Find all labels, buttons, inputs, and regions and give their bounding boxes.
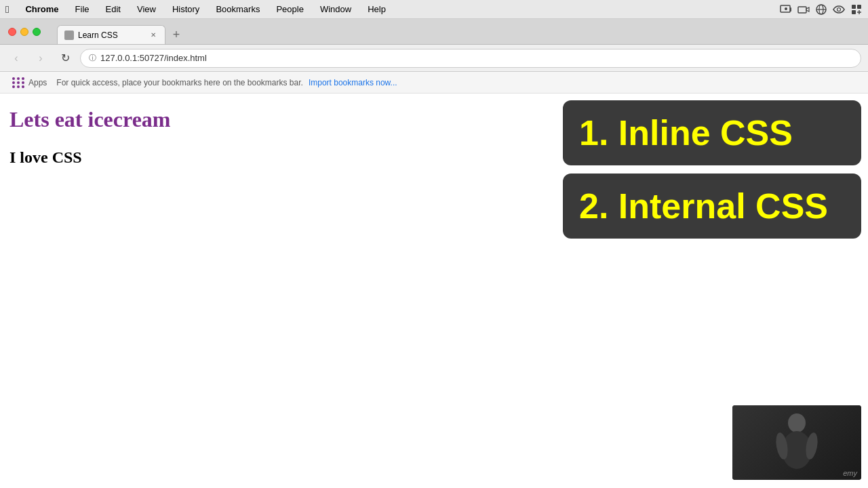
reload-button[interactable]: ↻ — [56, 49, 75, 68]
screen-record-icon — [780, 3, 792, 16]
forward-button[interactable]: › — [31, 49, 50, 68]
svg-point-2 — [785, 7, 787, 10]
address-bar[interactable]: ⓘ 127.0.0.1:50727/index.html — [80, 49, 861, 68]
tab-favicon — [64, 30, 74, 40]
eye-icon — [833, 3, 845, 16]
video-branding: emy — [843, 469, 857, 477]
lock-icon: ⓘ — [89, 53, 96, 63]
active-tab[interactable]: Learn CSS ✕ — [57, 25, 165, 44]
svg-rect-9 — [852, 10, 856, 14]
apple-logo-icon:  — [5, 3, 9, 15]
traffic-lights — [8, 28, 41, 36]
import-bookmarks-link[interactable]: Import bookmarks now... — [309, 78, 397, 87]
inline-css-box: 1. Inline CSS — [563, 100, 861, 165]
extensions-icon — [850, 3, 863, 16]
title-bar: Learn CSS ✕ + — [0, 19, 868, 45]
menu-file[interactable]: File — [73, 3, 92, 16]
camera-icon — [797, 3, 810, 16]
svg-point-10 — [788, 413, 806, 432]
svg-rect-7 — [852, 5, 856, 9]
menu-window[interactable]: Window — [317, 3, 354, 16]
overlay-container: 1. Inline CSS 2. Internal CSS — [556, 94, 868, 253]
apps-button[interactable]: Apps — [8, 76, 51, 89]
tab-title: Learn CSS — [78, 30, 118, 40]
menu-people[interactable]: People — [273, 3, 306, 16]
apps-grid-icon — [12, 77, 25, 88]
video-placeholder: emy — [732, 405, 861, 480]
inline-css-label: 1. Inline CSS — [579, 113, 793, 153]
page-content: Lets eat icecream I love CSS 1. Inline C… — [0, 94, 868, 488]
url-text: 127.0.0.1:50727/index.html — [100, 53, 207, 63]
video-overlay: emy — [732, 405, 861, 480]
minimize-window-button[interactable] — [20, 28, 28, 36]
svg-point-6 — [837, 7, 841, 11]
svg-rect-1 — [790, 7, 791, 12]
menu-help[interactable]: Help — [365, 3, 389, 16]
maximize-window-button[interactable] — [33, 28, 41, 36]
menu-edit[interactable]: Edit — [103, 3, 123, 16]
apps-label: Apps — [28, 78, 47, 87]
menu-chrome[interactable]: Chrome — [22, 3, 61, 16]
menu-bookmarks[interactable]: Bookmarks — [213, 3, 262, 16]
menu-bar:  Chrome File Edit View History Bookmark… — [0, 0, 868, 19]
close-window-button[interactable] — [8, 28, 16, 36]
menu-history[interactable]: History — [170, 3, 202, 16]
system-icons — [780, 3, 863, 16]
globe-icon — [815, 3, 827, 16]
tab-close-button[interactable]: ✕ — [149, 30, 158, 40]
back-button[interactable]: ‹ — [7, 49, 26, 68]
internal-css-box: 2. Internal CSS — [563, 174, 861, 239]
nav-bar: ‹ › ↻ ⓘ 127.0.0.1:50727/index.html — [0, 45, 868, 72]
tab-bar: Learn CSS ✕ + — [52, 19, 186, 44]
bookmarks-message: For quick access, place your bookmarks h… — [56, 78, 303, 87]
internal-css-label: 2. Internal CSS — [579, 186, 828, 226]
menu-bar-right-icons — [780, 3, 863, 16]
svg-rect-8 — [857, 5, 861, 9]
person-silhouette-icon — [770, 411, 824, 475]
new-tab-button[interactable]: + — [167, 25, 186, 44]
menu-view[interactable]: View — [134, 3, 159, 16]
bookmarks-bar: Apps For quick access, place your bookma… — [0, 72, 868, 94]
